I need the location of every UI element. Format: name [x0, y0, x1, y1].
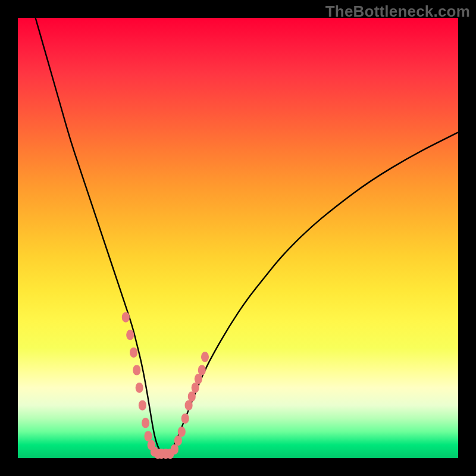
marker-dot	[139, 400, 146, 411]
chart-svg	[18, 18, 458, 458]
watermark-text: TheBottleneck.com	[325, 2, 470, 21]
marker-dot	[142, 418, 149, 428]
marker-dot	[130, 347, 137, 358]
marker-dot	[192, 383, 199, 393]
marker-dot	[136, 383, 143, 393]
marker-dot	[188, 392, 196, 402]
marker-dot	[201, 352, 209, 362]
marker-dot	[126, 330, 134, 340]
marker-dot	[171, 444, 178, 455]
marker-dot	[133, 365, 140, 375]
marker-dot	[145, 431, 152, 441]
marker-dot	[181, 414, 189, 424]
marker-dot	[178, 427, 186, 437]
plot-area	[18, 18, 458, 458]
marker-dot	[198, 365, 206, 375]
marker-dot	[174, 436, 182, 446]
chart-frame: TheBottleneck.com	[0, 0, 476, 476]
marker-dot	[195, 374, 202, 384]
bottleneck-curve	[36, 18, 458, 454]
marker-dot	[122, 312, 130, 322]
marker-dot	[185, 400, 193, 411]
